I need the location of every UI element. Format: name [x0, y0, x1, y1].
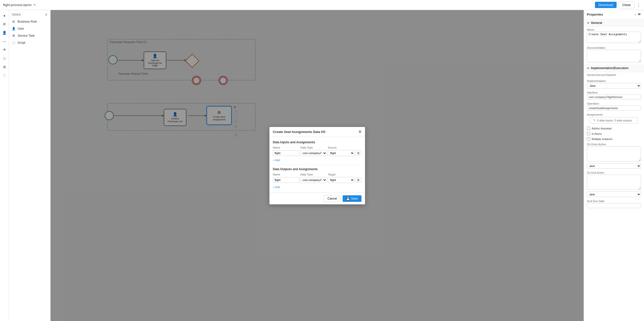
input-source-select[interactable]: flight: [328, 150, 354, 156]
cancel-button[interactable]: Cancel: [324, 195, 341, 202]
on-entry-lang-select[interactable]: java javascript mvel: [587, 163, 641, 169]
sidebar-item-script-label: Script: [18, 41, 25, 44]
operation-label: Operation: [587, 102, 641, 105]
sidebar-item-business-rule[interactable]: ⊟ Business Rule: [9, 18, 50, 25]
operation-input[interactable]: createSeatAssignments: [587, 106, 641, 111]
on-exit-action-input[interactable]: [587, 175, 641, 190]
strip-table-icon[interactable]: ⊞: [1, 63, 8, 70]
strip-circle-icon[interactable]: ●: [1, 12, 8, 19]
assignments-edit-icon: ✎: [593, 119, 595, 122]
on-entry-action-input[interactable]: [587, 146, 641, 161]
interface-label: Interface: [587, 91, 641, 94]
impl-section-header[interactable]: ▼ Implementation/Execution: [584, 64, 644, 72]
interface-row: Interface com.company.FlightService: [584, 90, 644, 101]
interface-input[interactable]: com.company.FlightService: [587, 95, 641, 100]
strip-diamond-icon[interactable]: ◇: [1, 55, 8, 62]
col-source-label: Source: [328, 146, 354, 149]
output-data-type-select[interactable]: com.company.Fligh...: [300, 177, 327, 183]
is-async-row: Is Async: [584, 131, 644, 136]
add-output-button[interactable]: + Add: [273, 185, 280, 189]
multiple-instance-row: Multiple Instance: [584, 136, 644, 142]
generic-service-row: GenericServiceTaskInfo: [584, 72, 644, 78]
multiple-instance-checkbox[interactable]: [587, 137, 590, 141]
output-target-select[interactable]: flight: [328, 177, 354, 183]
sla-due-date-row: SLA Due Date: [584, 198, 644, 209]
adhoc-label: AdHoc Autostart: [592, 127, 612, 130]
on-entry-action-row: On Entry Action java javascript mvel: [584, 142, 644, 170]
assignments-button[interactable]: ✎ 0 data inputs, 0 data outputs: [590, 117, 638, 123]
left-sidebar: TASKS ✕ ⊟ Business Rule 👤 User ⚙ Service…: [9, 10, 51, 321]
edit-filename-icon[interactable]: ✎: [33, 3, 36, 7]
panel-eye-icon[interactable]: 👁: [638, 13, 641, 16]
modal-header: Create Seat Assignments Data I/O ✕: [269, 127, 365, 137]
icon-strip: ● ⚙ 👤 — 👁 ◇ ⊞ ∷: [0, 10, 9, 321]
general-label: General: [591, 21, 602, 25]
output-delete-button[interactable]: 🗑: [355, 177, 361, 182]
save-label: Save: [351, 197, 358, 200]
strip-minus-icon[interactable]: —: [1, 38, 8, 45]
strip-user-icon[interactable]: 👤: [1, 29, 8, 36]
main-layout: ● ⚙ 👤 — 👁 ◇ ⊞ ∷ TASKS ✕ ⊟ Business Rule …: [0, 10, 644, 321]
documentation-row: Documentation: [584, 45, 644, 64]
section-divider: [273, 165, 361, 165]
input-delete-button[interactable]: 🗑: [355, 151, 361, 156]
sidebar-item-script[interactable]: 📄 Script: [9, 39, 50, 46]
impl-label: Implementation/Execution: [591, 66, 628, 70]
documentation-label: Documentation: [587, 46, 641, 49]
out-col-name-label: Name: [273, 173, 299, 176]
strip-gear-icon[interactable]: ⚙: [1, 21, 8, 28]
is-async-checkbox[interactable]: [587, 132, 590, 135]
save-button[interactable]: 💾 Save: [343, 195, 361, 202]
output-row: com.company.Fligh... flight 🗑: [273, 177, 361, 183]
input-name-field[interactable]: [273, 150, 299, 156]
right-panel: Properties ‹ 👁 ▼ General Name Create Sea…: [584, 10, 644, 321]
download-button[interactable]: Download: [595, 2, 617, 8]
tasks-header: TASKS ✕: [9, 10, 50, 18]
implementation-label: Implementation: [587, 79, 641, 82]
operation-row: Operation createSeatAssignments: [584, 101, 644, 112]
script-icon: 📄: [12, 41, 16, 45]
strip-dots-icon[interactable]: ∷: [1, 72, 8, 79]
implementation-select[interactable]: Java WebService: [587, 83, 641, 88]
implementation-row: Implementation Java WebService: [584, 78, 644, 90]
output-name-field[interactable]: [273, 177, 299, 183]
assignments-row: Assignments ✎ 0 data inputs, 0 data outp…: [584, 112, 644, 126]
inputs-section-title: Data Inputs and Assignments: [273, 141, 361, 144]
sidebar-close-icon[interactable]: ✕: [45, 13, 48, 17]
outputs-section-title: Data Outputs and Assignments: [273, 167, 361, 171]
out-col-data-type-label: Data Type: [300, 173, 327, 176]
strip-eye-icon[interactable]: 👁: [1, 46, 8, 53]
topbar-right: Download Close ⋮: [595, 2, 641, 8]
input-data-type-select[interactable]: com.company.Fligh...: [300, 150, 327, 156]
general-arrow: ▼: [587, 22, 589, 24]
sidebar-item-user[interactable]: 👤 User: [9, 25, 50, 32]
adhoc-row: AdHoc Autostart: [584, 126, 644, 131]
properties-title: Properties: [587, 13, 603, 16]
properties-header: Properties ‹ 👁: [584, 10, 644, 19]
modal-close-icon[interactable]: ✕: [358, 129, 361, 134]
sla-due-date-input[interactable]: [587, 203, 641, 208]
is-async-label: Is Async: [592, 132, 602, 135]
more-options-icon[interactable]: ⋮: [636, 2, 641, 8]
name-input[interactable]: Create Seat Assignments: [587, 32, 641, 43]
close-button[interactable]: Close: [619, 2, 634, 8]
modal-body: Data Inputs and Assignments Name Data Ty…: [269, 137, 365, 193]
business-rule-icon: ⊟: [12, 20, 16, 24]
multiple-instance-label: Multiple Instance: [592, 137, 613, 141]
canvas-area[interactable]: Passenger Requests Ticket S... 👤 Approve…: [51, 10, 584, 321]
inputs-table-header: Name Data Type Source: [273, 146, 361, 149]
panel-collapse-icon[interactable]: ‹: [635, 13, 636, 16]
documentation-input[interactable]: [587, 50, 641, 62]
add-input-button[interactable]: + Add: [273, 158, 280, 162]
topbar: flight-process.bpmn ✎ Download Close ⋮: [0, 0, 644, 10]
modal-footer: Cancel 💾 Save: [269, 193, 365, 204]
sidebar-item-service-task[interactable]: ⚙ Service Task: [9, 32, 50, 39]
data-io-modal: Create Seat Assignments Data I/O ✕ Data …: [269, 127, 365, 204]
on-exit-lang-select[interactable]: java javascript mvel: [587, 192, 641, 197]
sidebar-item-user-label: User: [18, 27, 24, 30]
on-exit-action-label: On Exit Action: [587, 171, 641, 174]
assignments-label: Assignments: [587, 113, 641, 116]
adhoc-checkbox[interactable]: [587, 127, 590, 130]
general-section-header[interactable]: ▼ General: [584, 19, 644, 27]
assignments-value: 0 data inputs, 0 data outputs: [597, 119, 632, 122]
